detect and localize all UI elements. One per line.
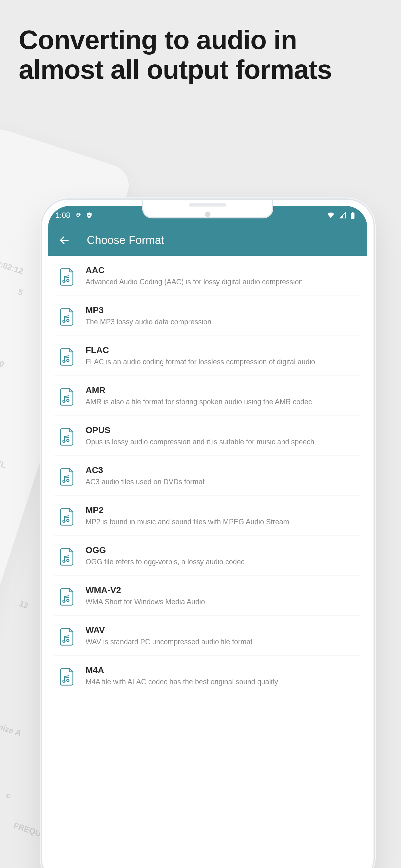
audio-file-icon	[59, 506, 76, 526]
format-description: AC3 audio files used on DVDs format	[86, 477, 357, 487]
svg-line-23	[65, 518, 69, 518]
format-list-item[interactable]: FLAC FLAC is an audio coding format for …	[54, 336, 361, 376]
svg-point-22	[67, 519, 69, 522]
svg-point-21	[63, 520, 65, 523]
bg-label: mize A	[0, 721, 23, 738]
format-list-item[interactable]: OGG OGG file refers to ogg-vorbis, a los…	[54, 536, 361, 576]
phone-mockup: 1:08	[41, 198, 375, 868]
appbar-title: Choose Format	[87, 234, 164, 247]
svg-point-27	[63, 600, 65, 603]
audio-file-icon	[59, 427, 76, 446]
svg-point-18	[63, 480, 65, 483]
format-description: OGG file refers to ogg-vorbis, a lossy a…	[86, 557, 357, 567]
audio-file-icon	[59, 666, 76, 686]
format-list-item[interactable]: OPUS Opus is lossy audio compression and…	[54, 416, 361, 456]
svg-point-31	[67, 639, 69, 642]
svg-line-17	[65, 437, 69, 438]
format-description: MP2 is found in music and sound files wi…	[86, 517, 357, 527]
format-description: M4A file with ALAC codec has the best or…	[86, 677, 357, 687]
audio-file-icon	[59, 626, 76, 647]
format-description: AMR is also a file format for storing sp…	[86, 397, 357, 407]
back-button[interactable]	[58, 234, 71, 247]
appbar: Choose Format	[48, 225, 367, 256]
format-title: M4A	[86, 665, 357, 675]
svg-point-25	[67, 559, 69, 562]
svg-point-3	[63, 280, 65, 282]
svg-line-26	[65, 557, 69, 558]
format-list: AAC Advanced Audio Coding (AAC) is for l…	[48, 256, 367, 696]
format-description: The MP3 lossy audio data compression	[86, 317, 357, 327]
audio-file-icon	[59, 587, 76, 607]
svg-point-10	[67, 359, 69, 362]
bg-label: c	[5, 790, 12, 801]
format-list-item[interactable]: AC3 AC3 audio files used on DVDs format	[54, 456, 361, 496]
format-title: MP3	[86, 305, 357, 315]
bg-label: FREQU	[12, 821, 42, 839]
format-title: MP2	[86, 505, 357, 515]
svg-point-15	[63, 440, 65, 442]
format-title: AMR	[86, 385, 357, 395]
svg-line-8	[65, 317, 69, 318]
format-title: OPUS	[86, 425, 357, 435]
svg-line-5	[65, 277, 69, 278]
phone-notch	[142, 200, 273, 218]
format-title: WAV	[86, 625, 357, 635]
arrow-left-icon	[59, 235, 70, 246]
format-title: AAC	[86, 265, 357, 275]
svg-line-20	[65, 477, 69, 478]
svg-point-33	[63, 680, 65, 683]
svg-point-30	[63, 640, 65, 643]
svg-line-35	[65, 677, 69, 678]
format-list-item[interactable]: AAC Advanced Audio Coding (AAC) is for l…	[54, 256, 361, 296]
audio-file-icon	[59, 466, 76, 487]
svg-point-24	[63, 560, 65, 563]
svg-point-16	[67, 439, 69, 442]
audio-file-icon	[59, 267, 76, 286]
format-description: WAV is standard PC uncompressed audio fi…	[86, 637, 357, 647]
format-list-item[interactable]: MP2 MP2 is found in music and sound file…	[54, 496, 361, 536]
svg-point-12	[63, 400, 65, 402]
format-title: OGG	[86, 545, 357, 555]
format-description: Opus is lossy audio compression and it i…	[86, 437, 357, 447]
format-list-item[interactable]: M4A M4A file with ALAC codec has the bes…	[54, 656, 361, 696]
format-title: WMA-V2	[86, 585, 357, 595]
format-description: WMA Short for Windows Media Audio	[86, 597, 357, 607]
audio-file-icon	[59, 547, 76, 566]
format-list-item[interactable]: AMR AMR is also a file format for storin…	[54, 376, 361, 416]
svg-point-13	[67, 399, 69, 402]
svg-line-29	[65, 597, 69, 598]
svg-point-4	[67, 279, 69, 282]
format-list-item[interactable]: WAV WAV is standard PC uncompressed audi…	[54, 616, 361, 656]
format-list-item[interactable]: MP3 The MP3 lossy audio data compression	[54, 296, 361, 336]
marketing-headline: Converting to audio in almost all output…	[19, 25, 382, 84]
format-list-item[interactable]: WMA-V2 WMA Short for Windows Media Audio	[54, 576, 361, 616]
format-title: AC3	[86, 465, 357, 475]
svg-point-7	[67, 319, 69, 322]
format-description: FLAC is an audio coding format for lossl…	[86, 357, 357, 367]
audio-file-icon	[59, 307, 76, 327]
audio-file-icon	[59, 346, 76, 367]
phone-screen: 1:08	[48, 206, 367, 868]
svg-line-14	[65, 398, 69, 398]
format-title: FLAC	[86, 345, 357, 355]
bg-label: 12	[18, 599, 30, 611]
svg-line-11	[65, 358, 69, 359]
svg-point-6	[63, 320, 65, 322]
svg-line-32	[65, 638, 69, 638]
svg-point-28	[67, 599, 69, 602]
audio-file-icon	[59, 386, 76, 406]
svg-point-34	[67, 679, 69, 682]
svg-point-9	[63, 360, 65, 363]
format-description: Advanced Audio Coding (AAC) is for lossy…	[86, 277, 357, 287]
svg-point-19	[67, 479, 69, 482]
